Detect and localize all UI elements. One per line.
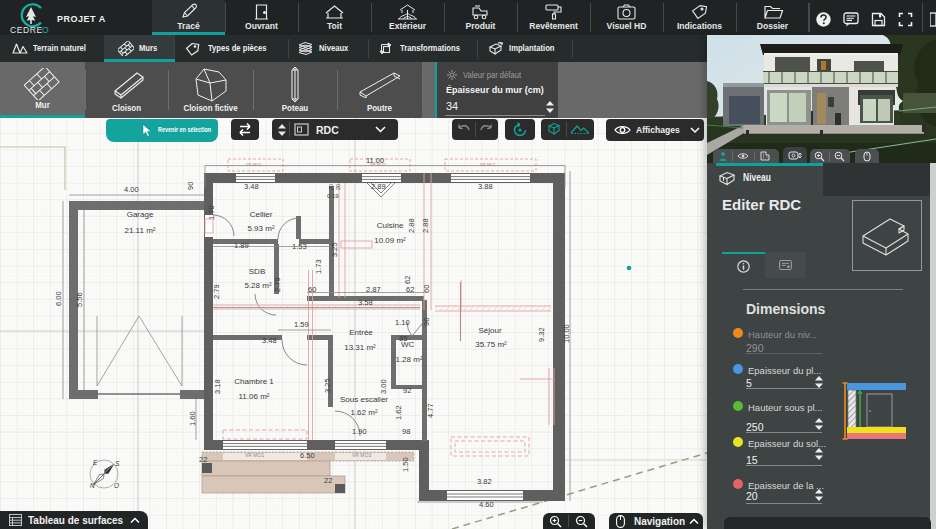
svg-text:1.62 m²: 1.62 m² <box>350 408 377 417</box>
svg-text:2.88: 2.88 <box>421 218 430 233</box>
svg-text:N: N <box>90 482 95 489</box>
svg-text:2.79: 2.79 <box>212 284 221 299</box>
svg-text:3.00: 3.00 <box>379 379 388 394</box>
svg-text:Cellier: Cellier <box>250 210 273 219</box>
svg-text:98: 98 <box>402 427 410 436</box>
svg-text:VR-MO2: VR-MO2 <box>246 162 262 167</box>
svg-text:1.62: 1.62 <box>394 405 403 420</box>
svg-text:CEDRE: CEDRE <box>10 25 43 35</box>
svg-text:6.50: 6.50 <box>300 451 315 460</box>
svg-text:10.09 m²: 10.09 m² <box>374 236 406 245</box>
svg-text:3.88: 3.88 <box>478 182 493 191</box>
svg-text:3.18: 3.18 <box>213 379 222 394</box>
svg-text:Séjour: Séjour <box>478 326 501 335</box>
svg-text:1.50: 1.50 <box>401 457 410 472</box>
svg-text:22: 22 <box>324 476 332 485</box>
svg-text:96: 96 <box>422 318 431 326</box>
svg-text:VR-MO2: VR-MO2 <box>480 162 496 167</box>
svg-text:62: 62 <box>403 276 412 284</box>
svg-text:60: 60 <box>308 285 316 294</box>
svg-text:1.53: 1.53 <box>292 242 307 251</box>
svg-text:1.90: 1.90 <box>352 427 367 436</box>
svg-text:4.60: 4.60 <box>479 500 494 509</box>
svg-text:6.00: 6.00 <box>54 291 63 306</box>
svg-text:62: 62 <box>406 285 414 294</box>
svg-text:21.11 m²: 21.11 m² <box>125 226 156 235</box>
svg-text:3.58: 3.58 <box>358 298 373 307</box>
svg-text:SDB: SDB <box>249 267 265 276</box>
svg-text:1.89: 1.89 <box>234 241 249 250</box>
svg-text:20: 20 <box>335 184 341 190</box>
svg-text:5.56: 5.56 <box>75 292 84 307</box>
svg-text:1.10: 1.10 <box>395 318 410 327</box>
svg-text:2.88: 2.88 <box>407 218 416 233</box>
svg-text:92: 92 <box>403 386 411 395</box>
svg-text:3.25: 3.25 <box>323 378 332 393</box>
svg-text:1.70: 1.70 <box>207 205 216 220</box>
svg-text:35.75 m²: 35.75 m² <box>475 340 507 349</box>
svg-text:E: E <box>93 459 98 466</box>
svg-text:2.89: 2.89 <box>371 182 386 191</box>
svg-text:11.00: 11.00 <box>366 156 384 165</box>
svg-text:Garage: Garage <box>127 210 154 219</box>
svg-text:0.19: 0.19 <box>327 193 339 199</box>
svg-text:13.31 m²: 13.31 m² <box>344 343 376 352</box>
svg-text:20: 20 <box>328 184 334 190</box>
svg-text:Chambre 1: Chambre 1 <box>234 377 274 386</box>
svg-text:3.25: 3.25 <box>330 242 339 257</box>
svg-text:Cuisine: Cuisine <box>377 221 404 230</box>
svg-text:S: S <box>115 460 120 467</box>
svg-text:11.06 m²: 11.06 m² <box>239 392 270 401</box>
svg-text:WC: WC <box>401 340 415 349</box>
svg-text:1.59: 1.59 <box>294 320 309 329</box>
svg-text:O: O <box>114 482 119 489</box>
svg-text:2.87: 2.87 <box>366 285 381 294</box>
svg-text:3.82: 3.82 <box>477 477 492 486</box>
svg-text:1.73: 1.73 <box>314 259 323 274</box>
svg-text:10.00: 10.00 <box>562 324 571 343</box>
svg-text:22: 22 <box>199 455 207 464</box>
svg-text:3.48: 3.48 <box>244 182 259 191</box>
svg-text:Entrée: Entrée <box>349 328 373 337</box>
svg-text:5.28 m²: 5.28 m² <box>244 281 271 290</box>
svg-text:VR MO3: VR MO3 <box>352 452 371 458</box>
svg-text:90: 90 <box>186 182 195 190</box>
svg-text:Sous escalier: Sous escalier <box>340 395 388 404</box>
svg-text:1.28 m²: 1.28 m² <box>395 355 422 364</box>
svg-text:2.79: 2.79 <box>273 277 282 292</box>
svg-text:VR MO1: VR MO1 <box>245 452 264 458</box>
svg-text:O: O <box>42 25 49 35</box>
svg-text:4.77: 4.77 <box>426 403 435 418</box>
svg-text:60: 60 <box>422 285 431 293</box>
svg-text:5.93 m²: 5.93 m² <box>247 224 274 233</box>
svg-text:1.60: 1.60 <box>188 411 197 426</box>
svg-text:9.32: 9.32 <box>537 327 546 342</box>
svg-text:4.00: 4.00 <box>124 185 139 194</box>
svg-text:3.48: 3.48 <box>262 336 277 345</box>
